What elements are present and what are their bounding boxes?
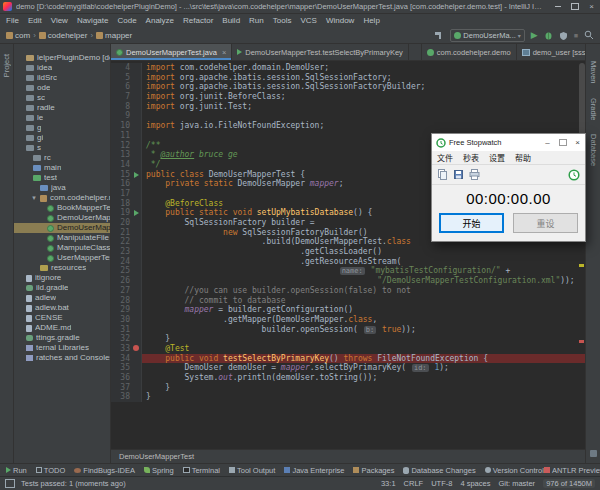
tree-item[interactable]: DemoUserMapperSprin bbox=[14, 213, 110, 223]
code-text[interactable] bbox=[142, 111, 585, 121]
tree-item[interactable]: idea bbox=[14, 63, 110, 73]
code-text[interactable]: import org.junit.Test; bbox=[142, 102, 585, 112]
tool-stripe-project[interactable]: Project bbox=[2, 54, 11, 77]
tree-item[interactable]: test bbox=[14, 173, 110, 183]
code-text[interactable]: "/DemoUserMapperTestConfiguration.xml"))… bbox=[142, 276, 585, 286]
code-text[interactable]: } bbox=[142, 383, 585, 393]
menu-window[interactable]: Window bbox=[326, 16, 354, 25]
menu-help[interactable]: Help bbox=[363, 16, 379, 25]
gutter[interactable]: 4 bbox=[111, 63, 142, 73]
status-item[interactable]: 976 of 1450M bbox=[543, 479, 595, 488]
tool-button-antlr-preview[interactable]: ANTLR Preview bbox=[544, 466, 600, 475]
gutter[interactable]: 19 bbox=[111, 208, 142, 218]
tool-button-tool-output[interactable]: Tool Output bbox=[229, 466, 275, 475]
gutter[interactable]: 18 bbox=[111, 199, 142, 209]
code-text[interactable]: public void testSelectByPrimaryKey() thr… bbox=[142, 354, 585, 364]
tree-item[interactable]: CENSE bbox=[14, 313, 110, 323]
tree-item[interactable]: radle bbox=[14, 103, 110, 113]
close-button[interactable]: × bbox=[583, 0, 600, 13]
gutter[interactable]: 38 bbox=[111, 392, 142, 402]
tool-stripe-icon[interactable] bbox=[590, 450, 597, 457]
run-config-select[interactable]: DemoUserMa... ▾ bbox=[450, 29, 525, 42]
tree-item[interactable]: ttings.gradle bbox=[14, 333, 110, 343]
tool-button-terminal[interactable]: Terminal bbox=[183, 466, 220, 475]
gutter[interactable]: 33 bbox=[111, 344, 142, 354]
code-text[interactable]: //you can use builder.openSession(false)… bbox=[142, 286, 585, 296]
gutter[interactable]: 24 bbox=[111, 257, 142, 267]
menu-vcs[interactable]: VCS bbox=[300, 16, 316, 25]
tool-button-version-control[interactable]: Version Control bbox=[485, 466, 544, 475]
tool-button-packages[interactable]: Packages bbox=[353, 466, 394, 475]
clock-icon[interactable] bbox=[568, 169, 580, 181]
tree-item[interactable]: java bbox=[14, 183, 110, 193]
tree-item[interactable]: rc bbox=[14, 153, 110, 163]
gutter[interactable]: 30 bbox=[111, 315, 142, 325]
code-text[interactable]: name: "mybatisTestConfiguration/" + bbox=[142, 266, 585, 276]
tree-item[interactable]: UserMapperTest bbox=[14, 253, 110, 263]
minimize-button[interactable] bbox=[549, 0, 566, 13]
editor-tab[interactable]: DemoUserMapperTest.testSelectByPrimaryKe… bbox=[232, 44, 409, 60]
gutter[interactable]: 36 bbox=[111, 373, 142, 383]
code-text[interactable]: mapper = builder.getConfiguration() bbox=[142, 305, 585, 315]
stop-button[interactable]: ■ bbox=[574, 32, 578, 39]
menu-tools[interactable]: Tools bbox=[273, 16, 292, 25]
code-text[interactable]: // commit to database bbox=[142, 296, 585, 306]
search-everywhere-icon[interactable] bbox=[584, 30, 594, 40]
breadcrumb-item[interactable]: codehelper bbox=[39, 31, 88, 40]
gutter[interactable]: 31 bbox=[111, 325, 142, 335]
build-hammer-icon[interactable] bbox=[434, 30, 444, 40]
tree-item[interactable]: gi bbox=[14, 133, 110, 143]
code-text[interactable]: System.out.println(demoUser.toString()); bbox=[142, 373, 585, 383]
editor-tab[interactable]: com.codehelper.demo bbox=[421, 44, 517, 60]
gutter[interactable]: 5 bbox=[111, 73, 142, 83]
gutter[interactable]: 15 bbox=[111, 170, 142, 180]
gutter[interactable]: 9 bbox=[111, 111, 142, 121]
gutter[interactable]: 17 bbox=[111, 189, 142, 199]
code-text[interactable]: DemoUser demoUser = mapper.selectByPrima… bbox=[142, 363, 585, 373]
tree-item[interactable]: ▾com.codehelper.mapper bbox=[14, 193, 110, 203]
breadcrumb-item[interactable]: mapper bbox=[96, 31, 132, 40]
tree-item[interactable]: BookMapperTest bbox=[14, 203, 110, 213]
menu-view[interactable]: View bbox=[51, 16, 68, 25]
save-icon[interactable] bbox=[453, 169, 464, 180]
tool-window-toggle-icon[interactable] bbox=[5, 479, 15, 488]
gutter[interactable]: 12 bbox=[111, 141, 142, 151]
maximize-button[interactable] bbox=[566, 0, 583, 13]
start-button[interactable]: 开始 bbox=[439, 213, 504, 233]
code-text[interactable]: .getMapper(DemoUserMapper.class, bbox=[142, 315, 585, 325]
tree-item[interactable]: ManipulateFile bbox=[14, 233, 110, 243]
code-text[interactable]: import org.junit.BeforeClass; bbox=[142, 92, 585, 102]
menu-file[interactable]: File bbox=[6, 16, 19, 25]
tool-button-run[interactable]: Run bbox=[6, 466, 27, 475]
code-text[interactable]: } bbox=[142, 334, 585, 344]
status-item[interactable]: CRLF bbox=[404, 479, 424, 488]
code-text[interactable]: import java.io.FileNotFoundException; bbox=[142, 121, 585, 131]
code-text[interactable]: .getClassLoader() bbox=[142, 247, 585, 257]
tree-item[interactable]: resources bbox=[14, 263, 110, 273]
gutter[interactable]: 23 bbox=[111, 247, 142, 257]
status-item[interactable]: 33:1 bbox=[381, 479, 396, 488]
code-text[interactable]: .getResourceAsStream( bbox=[142, 257, 585, 267]
stopwatch-close-button[interactable]: × bbox=[570, 134, 585, 151]
coverage-button[interactable] bbox=[559, 31, 568, 40]
gutter[interactable]: 14 bbox=[111, 160, 142, 170]
run-gutter-icon[interactable] bbox=[134, 210, 139, 216]
breadcrumb-item[interactable]: com bbox=[6, 31, 30, 40]
tree-item[interactable]: g bbox=[14, 123, 110, 133]
gutter[interactable]: 10 bbox=[111, 121, 142, 131]
gutter[interactable]: 32 bbox=[111, 334, 142, 344]
menu-run[interactable]: Run bbox=[249, 16, 264, 25]
menu-refactor[interactable]: Refactor bbox=[183, 16, 213, 25]
gutter[interactable]: 22 bbox=[111, 237, 142, 247]
gutter[interactable]: 13 bbox=[111, 150, 142, 160]
tool-button-spring[interactable]: Spring bbox=[144, 466, 174, 475]
tool-button-java-enterprise[interactable]: Java Enterprise bbox=[284, 466, 344, 475]
code-text[interactable]: builder.openSession( b: true)); bbox=[142, 325, 585, 335]
tree-item[interactable]: ratches and Consoles bbox=[14, 353, 110, 363]
gutter[interactable]: 21 bbox=[111, 228, 142, 238]
editor-tab[interactable]: DemoUserMapperTest.java× bbox=[111, 44, 232, 60]
breadcrumb-item[interactable]: DemoUserMapperTest bbox=[119, 452, 194, 461]
gutter[interactable]: 37 bbox=[111, 383, 142, 393]
tree-item[interactable]: sc bbox=[14, 93, 110, 103]
stopwatch-menu-item[interactable]: 秒表 bbox=[463, 152, 479, 163]
